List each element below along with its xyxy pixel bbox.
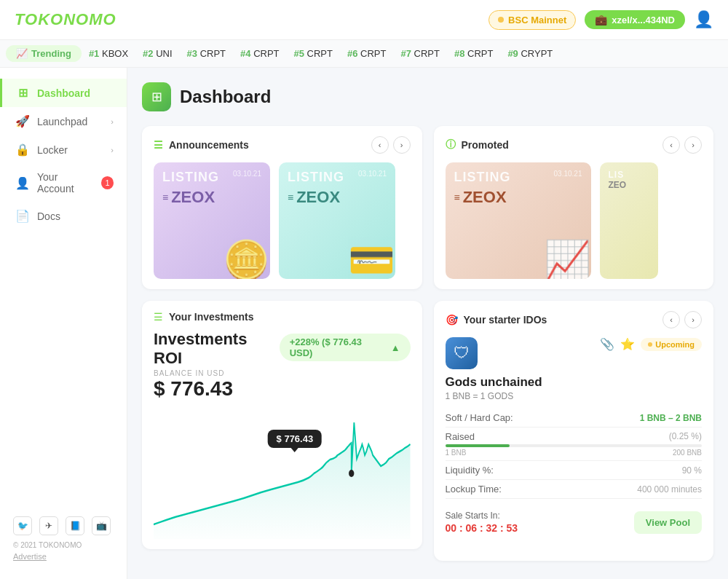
ticker-item[interactable]: #7 CRPT [400, 48, 439, 59]
ticker-item[interactable]: #4 CRPT [240, 48, 279, 59]
promoted-label: Promoted [462, 139, 509, 151]
listing-date-1: 03.10.21 [233, 170, 261, 178]
ido-card-header: 🎯 Your starter IDOs ‹ › [446, 311, 703, 328]
sidebar-launchpad-label: Launchpad [37, 116, 87, 127]
listing-date-3: 03.10.21 [554, 170, 582, 178]
ticker-item[interactable]: #6 CRPT [347, 48, 386, 59]
promoted-prev-button[interactable]: ‹ [662, 136, 680, 154]
ido-progress-fill [446, 444, 510, 447]
ido-section-title: 🎯 Your starter IDOs [446, 314, 547, 326]
account-icon: 👤 [15, 176, 30, 190]
ticker-item[interactable]: #2 UNI [143, 48, 172, 59]
upcoming-dot-icon [648, 342, 652, 347]
sidebar-item-account[interactable]: 👤 Your Account 1 [0, 164, 127, 202]
ido-info: 📎 ⭐ Upcoming [485, 337, 703, 354]
dashboard-icon-box: ⊞ [142, 82, 171, 111]
sidebar-locker-label: Locker [37, 144, 68, 156]
ido-raised-header: Raised (0.25 %) [446, 431, 703, 442]
listing-card-1[interactable]: LISTING 03.10.21 ≡ ZEOX 🪙 [154, 162, 270, 279]
sidebar-account-label: Your Account [37, 171, 94, 194]
listing-brand-1: ≡ ZEOX [162, 188, 261, 207]
listing-date-2: 03.10.21 [358, 170, 387, 178]
ido-progress-labels: 1 BNB 200 BNB [446, 449, 703, 457]
upcoming-label: Upcoming [655, 340, 695, 349]
view-pool-button[interactable]: View Pool [634, 511, 702, 534]
sidebar: ⊞ Dashboard 🚀 Launchpad › 🔒 Locker › 👤 Y… [0, 68, 127, 579]
announcements-icon: ☰ [154, 139, 163, 151]
ido-row-softhard: Soft / Hard Cap: 1 BNB – 2 BNB [446, 409, 703, 428]
announcements-prev-button[interactable]: ‹ [371, 136, 389, 154]
ido-liquidity-value: 90 % [682, 465, 702, 476]
upcoming-badge: Upcoming [641, 338, 702, 351]
ido-lockup-value: 400 000 minutes [637, 484, 702, 495]
ido-progress-max: 200 BNB [673, 449, 702, 457]
star-icon[interactable]: ⭐ [620, 337, 635, 351]
chart-dot [349, 470, 354, 477]
ido-row-raised: Raised (0.25 %) 1 BNB 200 BNB [446, 428, 703, 461]
twitter-icon[interactable]: 🐦 [13, 516, 32, 535]
ido-next-button[interactable]: › [684, 311, 702, 328]
ticker-item[interactable]: #8 CRPT [454, 48, 493, 59]
trending-label: Trending [31, 48, 71, 59]
ticker-trending: 📈 Trending [6, 45, 82, 62]
network-badge[interactable]: BSC Mainnet [488, 10, 576, 30]
social-icons: 🐦 ✈ 📘 📺 [13, 516, 114, 535]
ido-name: Gods unchained [446, 375, 703, 390]
investments-roi-title: Investments ROI [154, 330, 280, 368]
chart-area: $ 776.43 [154, 408, 411, 539]
listing-card-2[interactable]: LISTING 03.10.21 ≡ ZEOX 💳 [279, 162, 395, 279]
listing-card-3[interactable]: LISTING 03.10.21 ≡ ZEOX 📈 [446, 162, 591, 279]
logo: TOKONOMO [15, 10, 116, 29]
promoted-icon: ⓘ [446, 138, 456, 151]
network-label: BSC Mainnet [508, 15, 566, 25]
clip-icon[interactable]: 📎 [600, 337, 614, 351]
copyright-text: © 2021 TOKONOMO [13, 541, 114, 549]
sale-starts-label: Sale Starts In: [446, 511, 518, 521]
roi-arrow-icon: ▲ [391, 342, 400, 353]
user-icon[interactable]: 👤 [694, 10, 713, 29]
sidebar-item-docs[interactable]: 📄 Docs [0, 202, 127, 230]
chart-tooltip: $ 776.43 [268, 430, 323, 448]
listing-label-2: LISTING [288, 170, 344, 185]
listing-brand-2: ≡ ZEOX [288, 188, 387, 207]
listing-card-4[interactable]: LIS ZEO [600, 162, 658, 279]
promoted-next-button[interactable]: › [684, 136, 702, 154]
roi-badge: +228% ($ 776.43 USD) ▲ [280, 334, 411, 361]
ido-section-label: Your starter IDOs [464, 314, 547, 326]
launchpad-icon: 🚀 [15, 114, 30, 128]
promoted-listing-cards: LISTING 03.10.21 ≡ ZEOX 📈 LIS ZEO [446, 162, 703, 279]
sidebar-item-launchpad[interactable]: 🚀 Launchpad › [0, 107, 127, 135]
ido-logo: 🛡 [446, 337, 478, 369]
listing-emoji-2: 💳 [348, 238, 395, 279]
listing-label-3: LISTING [454, 170, 511, 185]
wallet-address: xzel/x...434ND [612, 15, 675, 25]
ido-progress-min: 1 BNB [446, 449, 467, 457]
ticker-item[interactable]: #5 CRPT [294, 48, 333, 59]
ido-icon: 🎯 [446, 314, 458, 326]
announcements-title: ☰ Announcements [154, 139, 249, 151]
advertise-link[interactable]: Advertise [13, 552, 114, 561]
telegram-icon[interactable]: ✈ [39, 516, 58, 535]
wallet-badge[interactable]: 💼 xzel/x...434ND [585, 10, 685, 29]
sidebar-bottom: 🐦 ✈ 📘 📺 © 2021 TOKONOMO Advertise [0, 509, 127, 568]
bottom-row: ☰ Your Investments Investments ROI +228%… [142, 301, 713, 561]
sidebar-item-dashboard[interactable]: ⊞ Dashboard [0, 79, 127, 107]
topnav: TOKONOMO BSC Mainnet 💼 xzel/x...434ND 👤 [0, 0, 728, 40]
ido-softhard-value: 1 BNB – 2 BNB [640, 413, 702, 423]
youtube-icon[interactable]: 📺 [92, 516, 111, 535]
ticker-item[interactable]: #1 KBOX [89, 48, 128, 59]
announcements-next-button[interactable]: › [393, 136, 411, 154]
ido-rate: 1 BNB = 1 GODS [446, 391, 703, 401]
ido-prev-button[interactable]: ‹ [662, 311, 680, 328]
ido-footer: Sale Starts In: 00 : 06 : 32 : 53 View P… [446, 505, 703, 534]
ido-nav: ‹ › [662, 311, 702, 328]
ido-raised-label: Raised [446, 431, 475, 442]
ticker-item[interactable]: #9 CRYPT [507, 48, 553, 59]
sidebar-item-locker[interactable]: 🔒 Locker › [0, 135, 127, 164]
ticker-item[interactable]: #3 CRPT [187, 48, 226, 59]
announcements-card: ☰ Announcements ‹ › LISTING 03.10.21 [142, 126, 422, 289]
facebook-icon[interactable]: 📘 [66, 516, 84, 535]
account-badge: 1 [101, 176, 114, 189]
main-layout: ⊞ Dashboard 🚀 Launchpad › 🔒 Locker › 👤 Y… [0, 68, 728, 579]
sidebar-dashboard-label: Dashboard [37, 87, 90, 99]
